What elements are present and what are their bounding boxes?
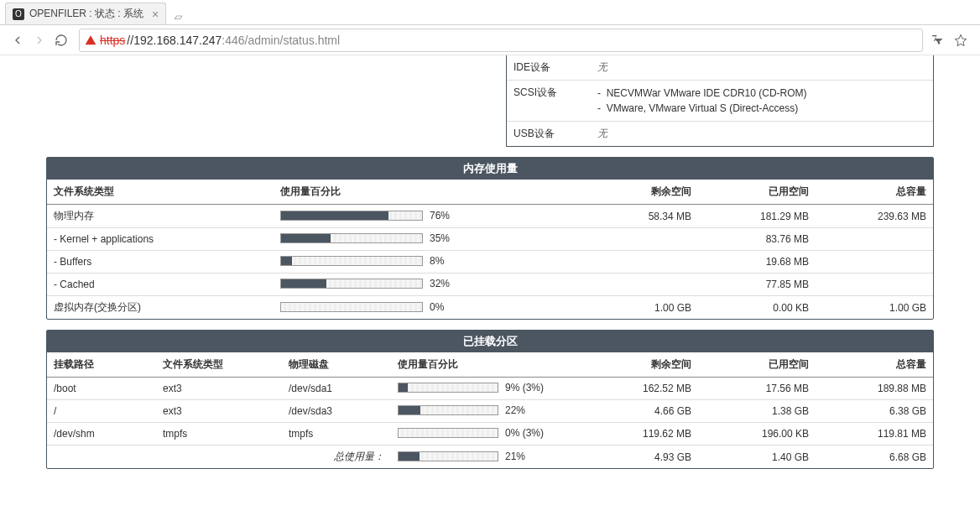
col-header: 使用量百分比	[391, 352, 581, 378]
device-none: 无	[597, 128, 607, 139]
device-label: IDE设备	[507, 55, 591, 81]
totals-label: 总使用量：	[282, 445, 391, 469]
progress-label: 9% (3%)	[505, 382, 544, 393]
device-list-item: - VMware, VMware Virtual S (Direct-Acces…	[597, 101, 926, 116]
progress-bar	[280, 233, 423, 243]
url-host: //192.168.147.247	[127, 34, 222, 47]
fstype-cell: ext3	[156, 378, 282, 400]
col-header: 物理磁盘	[282, 352, 391, 378]
reload-button[interactable]	[50, 29, 72, 51]
col-header: 已用空间	[698, 180, 816, 205]
memory-section-title: 内存使用量	[47, 158, 933, 180]
col-header: 文件系统类型	[47, 180, 274, 205]
col-header: 已用空间	[698, 352, 816, 378]
device-none: 无	[597, 61, 607, 73]
mounts-section-title: 已挂载分区	[47, 331, 933, 352]
device-row: USB设备无	[507, 122, 933, 147]
device-label: USB设备	[507, 122, 591, 147]
progress-bar	[280, 211, 423, 221]
table-row: / ext3 /dev/sda3 22% 4.66 GB 1.38 GB 6.3…	[47, 400, 933, 423]
table-row: /dev/shm tmpfs tmpfs 0% (3%) 119.62 MB 1…	[47, 423, 933, 445]
memory-section: 内存使用量 文件系统类型 使用量百分比 剩余空间 已用空间 总容量 物理内存 7…	[46, 157, 934, 320]
total-cell	[816, 274, 933, 296]
table-row: 物理内存 76% 58.34 MB 181.29 MB 239.63 MB	[47, 205, 933, 228]
url-scheme: https	[100, 34, 125, 47]
progress-label: 21%	[505, 451, 525, 462]
col-header: 使用量百分比	[274, 180, 581, 205]
progress-label: 22%	[505, 404, 525, 416]
progress-bar	[280, 279, 423, 289]
mounts-table: 挂载路径 文件系统类型 物理磁盘 使用量百分比 剩余空间 已用空间 总容量 /b…	[47, 352, 933, 468]
free-cell	[581, 251, 698, 274]
free-cell: 58.34 MB	[581, 205, 698, 228]
col-header: 剩余空间	[581, 352, 698, 378]
table-row: - Buffers 8% 19.68 MB	[47, 251, 933, 274]
total-cell: 1.00 GB	[816, 296, 933, 320]
used-cell: 196.00 KB	[698, 423, 816, 445]
device-row: IDE设备无	[507, 55, 933, 81]
table-row: - Kernel + applications 35% 83.76 MB	[47, 228, 933, 251]
mounts-section: 已挂载分区 挂载路径 文件系统类型 物理磁盘 使用量百分比 剩余空间 已用空间 …	[46, 330, 934, 469]
total-cell: 6.38 GB	[816, 400, 933, 423]
fs-name: - Kernel + applications	[47, 228, 274, 251]
star-icon[interactable]	[953, 33, 968, 48]
browser-tab-bar: O OPENFILER : 状态 : 系统 × ▱	[0, 0, 980, 25]
device-table: IDE设备无SCSI设备- NECVMWar VMware IDE CDR10 …	[507, 55, 933, 146]
progress-label: 8%	[430, 255, 444, 267]
total-cell: 119.81 MB	[816, 423, 933, 445]
not-secure-icon	[85, 34, 96, 46]
free-cell: 162.52 MB	[581, 378, 698, 400]
device-label: SCSI设备	[507, 81, 591, 122]
free-cell	[581, 228, 698, 251]
memory-table: 文件系统类型 使用量百分比 剩余空间 已用空间 总容量 物理内存 76% 58.…	[47, 180, 933, 319]
disk-cell: /dev/sda3	[282, 400, 391, 423]
progress-bar	[398, 383, 498, 393]
fs-name: - Cached	[47, 274, 274, 296]
tab-favicon: O	[13, 8, 24, 20]
table-row: 虚拟内存(交换分区) 0% 1.00 GB 0.00 KB 1.00 GB	[47, 296, 933, 320]
mount-cell: /dev/shm	[47, 423, 156, 445]
progress-label: 35%	[430, 232, 450, 244]
progress-bar	[398, 405, 498, 415]
translate-icon[interactable]	[930, 33, 945, 48]
progress-bar	[280, 256, 423, 266]
mount-cell: /boot	[47, 378, 156, 400]
disk-cell: tmpfs	[282, 423, 391, 445]
disk-cell: /dev/sda1	[282, 378, 391, 400]
browser-tab[interactable]: O OPENFILER : 状态 : 系统 ×	[5, 3, 166, 24]
tab-title: OPENFILER : 状态 : 系统	[29, 7, 143, 21]
total-cell	[816, 251, 933, 274]
progress-label: 0%	[430, 301, 444, 313]
fs-name: - Buffers	[47, 251, 274, 274]
address-bar[interactable]: https //192.168.147.247 :446/admin/statu…	[79, 29, 923, 52]
col-header: 挂载路径	[47, 352, 156, 378]
forward-button[interactable]	[29, 29, 50, 51]
progress-label: 76%	[430, 210, 450, 221]
total-cell: 6.68 GB	[816, 445, 933, 469]
close-icon[interactable]: ×	[152, 8, 159, 20]
free-cell: 1.00 GB	[581, 296, 698, 320]
free-cell: 119.62 MB	[581, 423, 698, 445]
used-cell: 181.29 MB	[698, 205, 816, 228]
totals-row: 总使用量： 21% 4.93 GB 1.40 GB 6.68 GB	[47, 445, 933, 469]
fstype-cell: tmpfs	[156, 423, 282, 445]
mount-cell: /	[47, 400, 156, 423]
new-tab-button[interactable]: ▱	[169, 9, 186, 24]
browser-toolbar: https //192.168.147.247 :446/admin/statu…	[0, 25, 980, 55]
col-header: 文件系统类型	[156, 352, 282, 378]
fs-name: 虚拟内存(交换分区)	[47, 296, 274, 320]
used-cell: 17.56 MB	[698, 378, 816, 400]
device-list-item: - NECVMWar VMware IDE CDR10 (CD-ROM)	[597, 86, 926, 101]
table-row: - Cached 32% 77.85 MB	[47, 274, 933, 296]
total-cell: 189.88 MB	[816, 378, 933, 400]
back-button[interactable]	[7, 29, 29, 51]
col-header: 剩余空间	[581, 180, 698, 205]
used-cell: 0.00 KB	[698, 296, 816, 320]
free-cell	[581, 274, 698, 296]
fs-name: 物理内存	[47, 205, 274, 228]
fstype-cell: ext3	[156, 400, 282, 423]
used-cell: 1.38 GB	[698, 400, 816, 423]
used-cell: 19.68 MB	[698, 251, 816, 274]
total-cell: 239.63 MB	[816, 205, 933, 228]
progress-label: 0% (3%)	[505, 427, 544, 439]
